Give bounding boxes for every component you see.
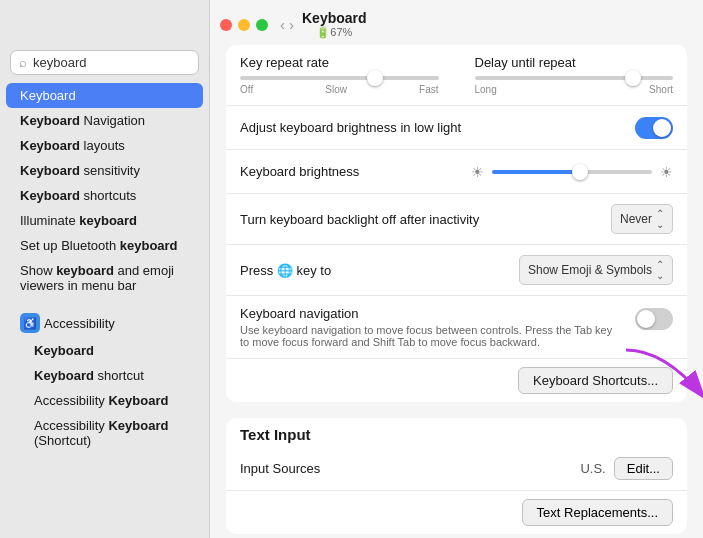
accessibility-icon: ♿: [20, 313, 40, 333]
titlebar: ‹ › Keyboard 🔋67%: [210, 0, 703, 45]
key-repeat-scale: Off Slow Fast: [240, 84, 439, 95]
input-sources-current: U.S.: [580, 461, 605, 476]
main-content: ‹ › Keyboard 🔋67% Key repeat rate: [210, 0, 703, 538]
key-repeat-track[interactable]: [240, 76, 439, 80]
backlight-off-label: Turn keyboard backlight off after inacti…: [240, 212, 611, 227]
brightness-low-light-toggle[interactable]: [635, 117, 673, 139]
delay-repeat-scale: Long Short: [475, 84, 674, 95]
keyboard-nav-toggle[interactable]: [635, 308, 673, 330]
press-key-label: Press 🌐 key to: [240, 263, 519, 278]
page-title: Keyboard: [302, 10, 367, 26]
sidebar-item-label: Accessibility: [44, 316, 115, 331]
keyboard-nav-description: Use keyboard navigation to move focus be…: [240, 324, 623, 348]
input-sources-row: Input Sources U.S. Edit...: [226, 447, 687, 491]
sidebar-item-keyboard[interactable]: Keyboard: [6, 83, 203, 108]
sidebar-item-label: Keyboard layouts: [20, 138, 125, 153]
sidebar-item-label: Keyboard sensitivity: [20, 163, 140, 178]
sidebar-item-keyboard-shortcut[interactable]: Keyboard shortcut: [6, 363, 203, 388]
delay-repeat-slider-group: Delay until repeat Long Short: [475, 55, 674, 95]
chevron-down-icon: ⌃⌄: [656, 259, 664, 281]
sidebar-item-bluetooth-keyboard[interactable]: Set up Bluetooth keyboard: [6, 233, 203, 258]
backlight-value: Never: [620, 212, 652, 226]
keyboard-shortcuts-button[interactable]: Keyboard Shortcuts...: [518, 367, 673, 394]
press-key-row: Press 🌐 key to Show Emoji & Symbols ⌃⌄: [226, 245, 687, 296]
brightness-high-icon: ☀: [660, 164, 673, 180]
sidebar-item-label: Keyboard shortcut: [34, 368, 144, 383]
search-input[interactable]: [33, 55, 201, 70]
sidebar-item-label: Accessibility Keyboard: [34, 393, 168, 408]
slow-label: Slow: [325, 84, 347, 95]
sidebar-item-accessibility-keyboard[interactable]: Accessibility Keyboard: [6, 388, 203, 413]
back-arrow[interactable]: ‹: [280, 16, 285, 33]
maximize-button[interactable]: [256, 19, 268, 31]
short-label: Short: [649, 84, 673, 95]
battery-status: 🔋67%: [316, 26, 352, 39]
traffic-lights: [220, 19, 268, 31]
page-title-wrap: Keyboard 🔋67%: [302, 10, 367, 39]
brightness-track[interactable]: [492, 170, 652, 174]
content-area: Key repeat rate Off Slow Fast Delay: [210, 45, 703, 538]
close-button[interactable]: [220, 19, 232, 31]
brightness-low-icon: ☀: [471, 164, 484, 180]
sidebar-item-keyboard-navigation[interactable]: Keyboard Navigation: [6, 108, 203, 133]
minimize-button[interactable]: [238, 19, 250, 31]
text-replacements-button[interactable]: Text Replacements...: [522, 499, 673, 526]
key-repeat-slider-group: Key repeat rate Off Slow Fast: [240, 55, 439, 95]
backlight-select[interactable]: Never ⌃⌄: [611, 204, 673, 234]
key-repeat-label: Key repeat rate: [240, 55, 439, 70]
text-input-title: Text Input: [240, 426, 311, 443]
brightness-low-light-row: Adjust keyboard brightness in low light: [226, 106, 687, 150]
delay-repeat-label: Delay until repeat: [475, 55, 674, 70]
key-repeat-thumb[interactable]: [367, 70, 383, 86]
fast-label: Fast: [419, 84, 438, 95]
edit-input-sources-button[interactable]: Edit...: [614, 457, 673, 480]
sidebar-item-keyboard-layouts[interactable]: Keyboard layouts: [6, 133, 203, 158]
keyboard-brightness-label: Keyboard brightness: [240, 164, 457, 179]
off-label: Off: [240, 84, 253, 95]
sidebar-item-label: Keyboard shortcuts: [20, 188, 136, 203]
sidebar-item-label: Keyboard: [20, 88, 76, 103]
sidebar-item-illuminate-keyboard[interactable]: Illuminate keyboard: [6, 208, 203, 233]
delay-repeat-track[interactable]: [475, 76, 674, 80]
keyboard-settings-section: Key repeat rate Off Slow Fast Delay: [226, 45, 687, 402]
text-input-title-row: Text Input: [226, 418, 687, 447]
forward-arrow[interactable]: ›: [289, 16, 294, 33]
backlight-off-row: Turn keyboard backlight off after inacti…: [226, 194, 687, 245]
sidebar-item-accessibility-keyboard-shortcut[interactable]: Accessibility Keyboard (Shortcut): [6, 413, 203, 453]
sliders-row: Key repeat rate Off Slow Fast Delay: [226, 45, 687, 106]
keyboard-nav-row: Keyboard navigation Use keyboard navigat…: [226, 296, 687, 359]
brightness-slider-control: ☀ ☀: [457, 164, 674, 180]
input-sources-label: Input Sources: [240, 461, 580, 476]
content-wrapper: Key repeat rate Off Slow Fast Delay: [226, 45, 687, 534]
sidebar-item-label: Keyboard: [34, 343, 94, 358]
search-icon: ⌕: [19, 55, 27, 70]
sidebar-item-accessibility[interactable]: ♿ Accessibility: [6, 308, 203, 338]
nav-arrows: ‹ ›: [280, 16, 294, 33]
search-bar[interactable]: ⌕ ✕: [10, 50, 199, 75]
sidebar-item-label: Show keyboard and emoji viewers in menu …: [20, 263, 174, 293]
sidebar: ⌕ ✕ Keyboard Keyboard Navigation Keyboar…: [0, 0, 210, 538]
brightness-low-light-label: Adjust keyboard brightness in low light: [240, 120, 635, 135]
sidebar-item-show-keyboard[interactable]: Show keyboard and emoji viewers in menu …: [6, 258, 203, 298]
sidebar-item-label: Illuminate keyboard: [20, 213, 137, 228]
sidebar-item-keyboard-sensitivity[interactable]: Keyboard sensitivity: [6, 158, 203, 183]
brightness-thumb[interactable]: [572, 164, 588, 180]
sidebar-item-accessibility-keyboard-main[interactable]: Keyboard: [6, 338, 203, 363]
press-key-value: Show Emoji & Symbols: [528, 263, 652, 277]
sidebar-item-keyboard-shortcuts[interactable]: Keyboard shortcuts: [6, 183, 203, 208]
brightness-fill: [492, 170, 580, 174]
sidebar-item-label: Accessibility Keyboard (Shortcut): [34, 418, 168, 448]
keyboard-nav-label: Keyboard navigation: [240, 306, 623, 321]
chevron-down-icon: ⌃⌄: [656, 208, 664, 230]
press-key-select[interactable]: Show Emoji & Symbols ⌃⌄: [519, 255, 673, 285]
delay-repeat-thumb[interactable]: [625, 70, 641, 86]
text-input-section: Text Input Input Sources U.S. Edit... Te…: [226, 418, 687, 534]
sidebar-item-label: Set up Bluetooth keyboard: [20, 238, 178, 253]
keyboard-brightness-row: Keyboard brightness ☀ ☀: [226, 150, 687, 194]
text-replacements-button-row: Text Replacements...: [226, 491, 687, 534]
input-sources-value: U.S. Edit...: [580, 457, 673, 480]
sidebar-item-label: Keyboard Navigation: [20, 113, 145, 128]
long-label: Long: [475, 84, 497, 95]
shortcuts-button-row: Keyboard Shortcuts...: [226, 359, 687, 402]
